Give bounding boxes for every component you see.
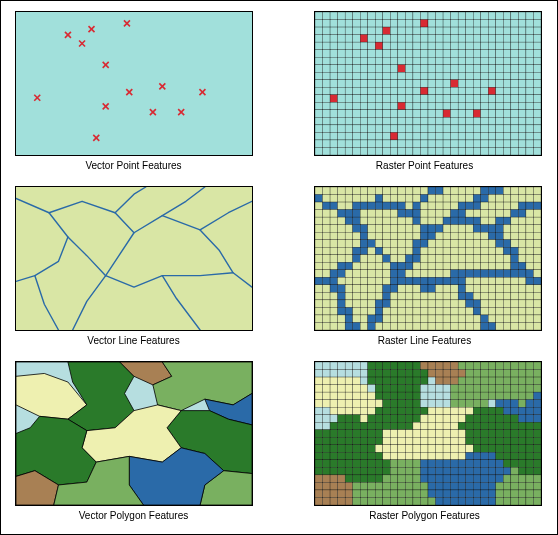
svg-rect-1006	[450, 285, 458, 293]
svg-rect-856	[450, 247, 458, 255]
svg-rect-393	[360, 102, 368, 110]
svg-rect-120	[337, 35, 345, 43]
svg-rect-150	[337, 42, 345, 50]
svg-rect-1023	[352, 292, 360, 300]
svg-rect-815	[367, 240, 375, 248]
svg-rect-744	[510, 217, 518, 225]
svg-rect-51	[495, 12, 503, 20]
svg-rect-1124	[435, 315, 443, 323]
svg-rect-1025	[367, 292, 375, 300]
svg-rect-1618	[443, 467, 451, 475]
svg-rect-1539	[525, 445, 533, 453]
svg-rect-1320	[458, 392, 466, 400]
svg-rect-486	[382, 125, 390, 133]
svg-rect-37	[390, 12, 398, 20]
svg-rect-691	[337, 210, 345, 218]
svg-rect-1684	[488, 482, 496, 490]
svg-rect-496	[458, 125, 466, 133]
svg-rect-61	[345, 20, 353, 28]
svg-rect-1184	[337, 362, 345, 370]
svg-rect-1607	[360, 467, 368, 475]
svg-rect-48	[473, 12, 481, 20]
svg-rect-1386	[503, 407, 511, 415]
svg-rect-1576	[352, 460, 360, 468]
svg-rect-893	[503, 255, 511, 263]
svg-rect-1292	[473, 385, 481, 393]
svg-rect-1147	[382, 322, 390, 330]
svg-rect-309	[405, 80, 413, 88]
svg-rect-1718	[518, 490, 526, 498]
svg-rect-442	[503, 110, 511, 118]
svg-rect-631	[337, 195, 345, 203]
svg-rect-1370	[382, 407, 390, 415]
svg-rect-1676	[428, 482, 436, 490]
svg-rect-438	[473, 110, 481, 118]
svg-rect-144	[518, 35, 526, 43]
svg-rect-1392	[322, 415, 330, 423]
svg-rect-580	[412, 147, 420, 155]
svg-rect-1114	[360, 315, 368, 323]
svg-rect-207	[315, 57, 323, 65]
svg-rect-928	[315, 270, 323, 278]
svg-rect-799	[473, 232, 481, 240]
svg-rect-902	[345, 262, 353, 270]
svg-rect-1511	[315, 445, 323, 453]
svg-rect-908	[390, 262, 398, 270]
svg-rect-773	[503, 225, 511, 233]
svg-rect-517	[390, 132, 398, 140]
svg-rect-852	[420, 247, 428, 255]
svg-rect-516	[382, 132, 390, 140]
svg-rect-892	[495, 255, 503, 263]
svg-rect-1601	[315, 467, 323, 475]
svg-rect-1088	[390, 307, 398, 315]
svg-rect-373	[435, 95, 443, 103]
svg-rect-533	[510, 132, 518, 140]
svg-rect-562	[503, 140, 511, 148]
svg-rect-1474	[488, 430, 496, 438]
svg-rect-1259	[450, 377, 458, 385]
svg-rect-698	[390, 210, 398, 218]
svg-rect-653	[503, 195, 511, 203]
svg-rect-326	[533, 80, 541, 88]
svg-rect-1426	[352, 422, 360, 430]
svg-rect-366	[382, 95, 390, 103]
svg-rect-256	[458, 65, 466, 73]
svg-rect-906	[375, 262, 383, 270]
svg-rect-1312	[397, 392, 405, 400]
svg-rect-842	[345, 247, 353, 255]
svg-rect-1559	[450, 452, 458, 460]
cell-raster-point: Raster Point Features	[302, 11, 547, 180]
svg-rect-779	[322, 232, 330, 240]
svg-rect-1202	[473, 362, 481, 370]
svg-rect-135	[450, 35, 458, 43]
svg-rect-226	[458, 57, 466, 65]
svg-rect-935	[367, 270, 375, 278]
svg-rect-319	[480, 80, 488, 88]
svg-rect-193	[435, 50, 443, 58]
svg-rect-717	[533, 210, 541, 218]
svg-rect-214	[367, 57, 375, 65]
svg-rect-1610	[382, 467, 390, 475]
svg-rect-1440	[458, 422, 466, 430]
svg-rect-334	[367, 87, 375, 95]
svg-rect-1448	[518, 422, 526, 430]
svg-rect-136	[458, 35, 466, 43]
svg-rect-1318	[443, 392, 451, 400]
vector-polygon-panel	[15, 361, 253, 506]
svg-rect-1731	[390, 497, 398, 505]
svg-rect-667	[382, 202, 390, 210]
svg-rect-680	[480, 202, 488, 210]
svg-rect-1713	[480, 490, 488, 498]
svg-rect-895	[518, 255, 526, 263]
svg-rect-310	[412, 80, 420, 88]
svg-rect-113	[510, 27, 518, 35]
svg-rect-1698	[367, 490, 375, 498]
svg-rect-384	[518, 95, 526, 103]
svg-rect-1692	[322, 490, 330, 498]
svg-rect-1345	[420, 400, 428, 408]
svg-rect-1356	[503, 400, 511, 408]
svg-rect-968	[390, 277, 398, 285]
svg-rect-927	[533, 262, 541, 270]
svg-rect-60	[337, 20, 345, 28]
svg-rect-425	[375, 110, 383, 118]
